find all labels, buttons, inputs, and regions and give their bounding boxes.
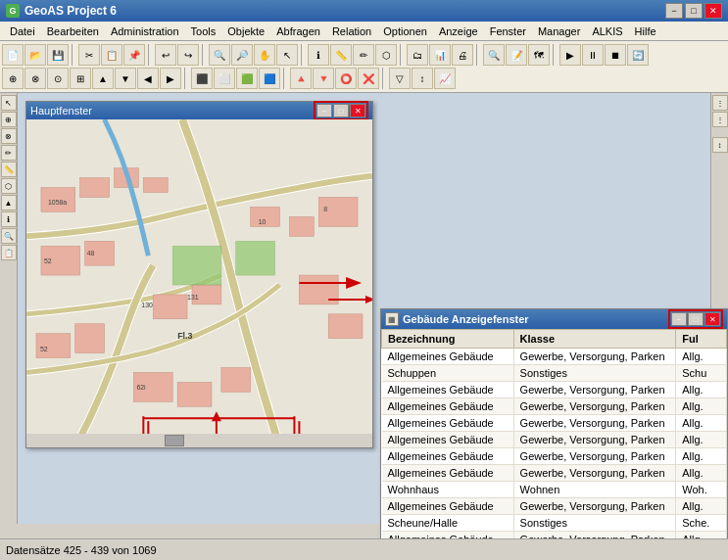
toolbar-measure[interactable]: 📏 <box>330 44 352 66</box>
menu-item-hilfe[interactable]: Hilfe <box>629 23 662 39</box>
toolbar2-btn7[interactable]: ◀ <box>137 68 159 89</box>
toolbar2-btn14[interactable]: 🔻 <box>313 68 334 89</box>
toolbar-redo[interactable]: ↪ <box>177 44 199 66</box>
menu-item-relation[interactable]: Relation <box>326 23 377 39</box>
table-row[interactable]: Allgemeines GebäudeGewerbe, Versorgung, … <box>382 382 727 398</box>
table-row[interactable]: Allgemeines GebäudeGewerbe, Versorgung, … <box>382 415 727 432</box>
map-hscroll[interactable] <box>26 434 372 447</box>
menu-item-alkis[interactable]: ALKIS <box>586 23 628 39</box>
menu-item-manager[interactable]: Manager <box>532 23 586 39</box>
menu-item-datei[interactable]: Datei <box>4 23 41 39</box>
toolbar2-btn5[interactable]: ▲ <box>92 68 114 89</box>
toolbar-zoom-out[interactable]: 🔎 <box>231 44 253 66</box>
toolbar-extra1[interactable]: ▶ <box>559 44 581 66</box>
table-row[interactable]: Allgemeines GebäudeGewerbe, Versorgung, … <box>382 448 727 465</box>
toolbar-paste[interactable]: 📌 <box>123 44 145 66</box>
toolbar-undo[interactable]: ↩ <box>155 44 176 66</box>
toolbar2-btn9[interactable]: ⬛ <box>191 68 213 89</box>
toolbar2-sep1 <box>184 68 188 89</box>
toolbar-pan[interactable]: ✋ <box>254 44 275 66</box>
right-btn-2[interactable]: ⋮ <box>712 112 728 127</box>
toolbar2-btn8[interactable]: ▶ <box>160 68 181 89</box>
toolbar-extra3[interactable]: ⏹ <box>605 44 626 66</box>
left-btn-3[interactable]: ⊗ <box>1 128 17 144</box>
left-btn-9[interactable]: 🔍 <box>1 228 17 244</box>
toolbar-copy[interactable]: 📋 <box>101 44 122 66</box>
map-minimize[interactable]: − <box>316 104 332 117</box>
toolbar-search[interactable]: 🔍 <box>483 44 505 66</box>
toolbar2-chart[interactable]: 📈 <box>434 68 456 89</box>
toolbar2-btn15[interactable]: ⭕ <box>335 68 357 89</box>
close-button[interactable]: ✕ <box>704 3 722 19</box>
toolbar2-filter[interactable]: ▽ <box>389 68 411 89</box>
toolbar2-btn13[interactable]: 🔺 <box>290 68 312 89</box>
left-btn-6[interactable]: ⬡ <box>1 178 17 194</box>
toolbar-new[interactable]: 📄 <box>2 44 24 66</box>
left-btn-2[interactable]: ⊕ <box>1 112 17 127</box>
toolbar2-btn6[interactable]: ▼ <box>115 68 136 89</box>
toolbar2-btn12[interactable]: 🟦 <box>259 68 280 89</box>
table-row[interactable]: Allgemeines GebäudeGewerbe, Versorgung, … <box>382 349 727 365</box>
toolbar-route[interactable]: 🗺 <box>528 44 550 66</box>
left-btn-10[interactable]: 📋 <box>1 245 17 260</box>
table-scroll-area[interactable]: Bezeichnung Klasse Ful Allgemeines Gebäu… <box>381 329 727 560</box>
table-row[interactable]: WohnhausWohnenWoh. <box>382 482 727 498</box>
toolbar-zoom-in[interactable]: 🔍 <box>209 44 230 66</box>
table-row[interactable]: Allgemeines GebäudeGewerbe, Versorgung, … <box>382 498 727 515</box>
table-row[interactable]: SchuppenSonstigesSchu <box>382 365 727 382</box>
toolbar2-btn4[interactable]: ⊞ <box>70 68 91 89</box>
table-titlebar: ▦ Gebäude Anzeigefenster − □ ✕ <box>381 309 727 329</box>
toolbar2-btn3[interactable]: ⊙ <box>47 68 69 89</box>
menu-item-administration[interactable]: Administration <box>105 23 185 39</box>
minimize-button[interactable]: − <box>665 3 683 19</box>
menu-item-abfragen[interactable]: Abfragen <box>270 23 326 39</box>
map-content[interactable]: 1058a 52 48 52 Fl.3 10 8 130 131 62i <box>26 119 372 447</box>
right-btn-1[interactable]: ⋮ <box>712 95 728 111</box>
toolbar-open[interactable]: 📂 <box>24 44 46 66</box>
menu-item-optionen[interactable]: Optionen <box>377 23 433 39</box>
cell-bezeichnung: Allgemeines Gebäude <box>382 498 514 515</box>
toolbar-polygon[interactable]: ⬡ <box>375 44 397 66</box>
table-maximize[interactable]: □ <box>688 312 704 326</box>
toolbar2-btn1[interactable]: ⊕ <box>2 68 24 89</box>
table-row[interactable]: Allgemeines GebäudeGewerbe, Versorgung, … <box>382 465 727 482</box>
toolbar-extra2[interactable]: ⏸ <box>582 44 604 66</box>
menu-item-anzeige[interactable]: Anzeige <box>433 23 484 39</box>
map-maximize[interactable]: □ <box>333 104 349 117</box>
toolbar-legend[interactable]: 📊 <box>429 44 451 66</box>
left-btn-8[interactable]: ℹ <box>1 211 17 227</box>
toolbar2-btn16[interactable]: ❌ <box>358 68 379 89</box>
toolbar-print[interactable]: 🖨 <box>452 44 473 66</box>
cell-bezeichnung: Allgemeines Gebäude <box>382 398 514 415</box>
toolbar-draw[interactable]: ✏ <box>353 44 374 66</box>
menu-item-fenster[interactable]: Fenster <box>484 23 532 39</box>
map-scroll-thumb[interactable] <box>165 435 184 446</box>
maximize-button[interactable]: □ <box>685 3 703 19</box>
toolbar2-btn11[interactable]: 🟩 <box>236 68 258 89</box>
menu-item-objekte[interactable]: Objekte <box>221 23 270 39</box>
toolbar-cut[interactable]: ✂ <box>78 44 100 66</box>
left-btn-5[interactable]: 📏 <box>1 162 17 177</box>
table-row[interactable]: Allgemeines GebäudeGewerbe, Versorgung, … <box>382 432 727 448</box>
map-close[interactable]: ✕ <box>350 104 365 117</box>
menu-item-bearbeiten[interactable]: Bearbeiten <box>41 23 105 39</box>
toolbar-info[interactable]: ℹ <box>308 44 329 66</box>
table-row[interactable]: Allgemeines GebäudeGewerbe, Versorgung, … <box>382 398 727 415</box>
right-btn-3[interactable]: ↕ <box>712 137 728 153</box>
toolbar-save[interactable]: 💾 <box>47 44 69 66</box>
toolbar-extra4[interactable]: 🔄 <box>627 44 649 66</box>
map-title: Hauptfenster <box>30 105 314 117</box>
left-btn-4[interactable]: ✏ <box>1 145 17 161</box>
toolbar2-sort[interactable]: ↕ <box>412 68 433 89</box>
toolbar2-btn10[interactable]: ⬜ <box>214 68 235 89</box>
toolbar-layer[interactable]: 🗂 <box>407 44 428 66</box>
table-row[interactable]: Scheune/HalleSonstigesSche. <box>382 515 727 532</box>
left-btn-1[interactable]: ↖ <box>1 95 17 111</box>
toolbar-attr[interactable]: 📝 <box>506 44 527 66</box>
table-minimize[interactable]: − <box>671 312 687 326</box>
menu-item-tools[interactable]: Tools <box>185 23 222 39</box>
table-close[interactable]: ✕ <box>704 312 720 326</box>
left-btn-7[interactable]: ▲ <box>1 195 17 210</box>
toolbar-select[interactable]: ↖ <box>276 44 298 66</box>
toolbar2-btn2[interactable]: ⊗ <box>24 68 46 89</box>
